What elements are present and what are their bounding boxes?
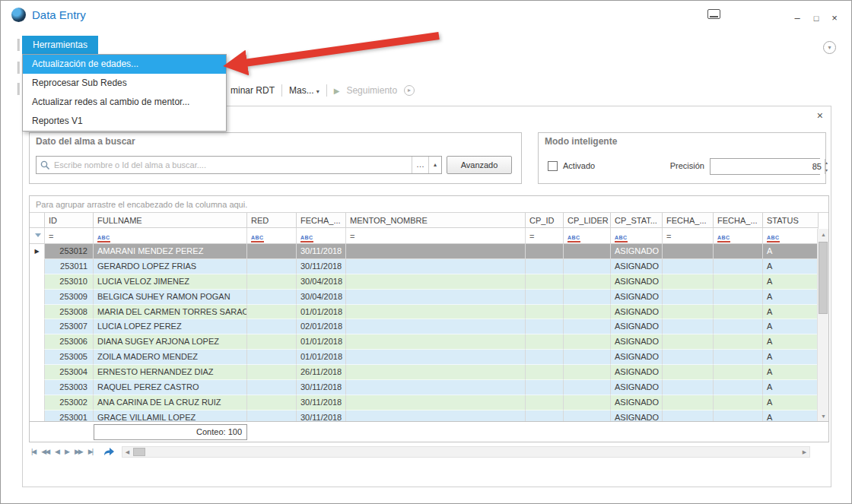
grid-cell[interactable] — [247, 290, 297, 305]
grid-cell[interactable] — [346, 259, 526, 274]
filter-cell[interactable]: = — [663, 228, 714, 244]
grid-cell[interactable] — [346, 305, 526, 320]
minimize-button[interactable]: – — [789, 12, 806, 26]
grid-cell[interactable]: ASIGNADO — [611, 395, 663, 410]
horizontal-scrollbar[interactable]: ◀ ▶ — [122, 446, 810, 458]
grid-cell[interactable] — [663, 259, 714, 274]
precision-input[interactable] — [711, 159, 825, 174]
grid-cell[interactable]: 02/01/2018 — [297, 319, 346, 334]
grid-cell[interactable] — [564, 305, 611, 320]
menu-item[interactable]: Actualización de edades... — [23, 55, 226, 74]
grid-cell[interactable] — [714, 319, 763, 334]
table-row[interactable]: 253009BELGICA SUHEY RAMON POGAN30/04/201… — [30, 290, 828, 305]
grid-cell[interactable] — [346, 274, 526, 290]
grid-cell[interactable] — [663, 350, 714, 365]
column-header[interactable]: CP_STAT... — [611, 213, 663, 228]
grid-cell[interactable]: A — [763, 274, 819, 290]
grid-cell[interactable]: ASIGNADO — [611, 350, 663, 365]
grid-cell[interactable]: ASIGNADO — [611, 380, 663, 395]
grid-cell[interactable]: ASIGNADO — [611, 319, 663, 334]
grid-cell[interactable] — [526, 319, 564, 334]
grid-cell[interactable]: 253006 — [45, 334, 94, 350]
grid-cell[interactable]: 253009 — [45, 290, 94, 305]
grid-cell[interactable]: ANA CARINA DE LA CRUZ RUIZ — [94, 395, 247, 410]
grid-cell[interactable]: A — [763, 244, 819, 259]
grid-cell[interactable]: A — [763, 395, 819, 410]
grid-cell[interactable]: ASIGNADO — [611, 334, 663, 350]
grid-cell[interactable]: ASIGNADO — [611, 244, 663, 259]
filter-cell[interactable]: abc — [763, 228, 819, 244]
filter-cell[interactable]: = — [346, 228, 526, 244]
toolbar-grip[interactable] — [17, 62, 20, 74]
grid-cell[interactable] — [346, 380, 526, 395]
grid-cell[interactable] — [714, 244, 763, 259]
filter-cell[interactable]: abc — [94, 228, 247, 244]
toolbar-item-mas[interactable]: Mas...▾ — [289, 85, 320, 96]
touch-keyboard-icon[interactable] — [707, 9, 720, 19]
maximize-button[interactable]: □ — [808, 12, 825, 26]
grid-cell[interactable]: A — [763, 365, 819, 380]
grid-cell[interactable] — [714, 334, 763, 350]
filter-cell[interactable]: = — [526, 228, 564, 244]
grid-cell[interactable] — [564, 380, 611, 395]
grid-cell[interactable] — [346, 244, 526, 259]
grid-cell[interactable] — [247, 395, 297, 410]
grid-cell[interactable] — [714, 350, 763, 365]
grid-cell[interactable] — [247, 410, 297, 421]
grid-cell[interactable] — [526, 365, 564, 380]
filter-cell[interactable]: abc — [564, 228, 611, 244]
toolbar-grip[interactable] — [17, 39, 20, 51]
nav-prev-button[interactable]: ◀ — [52, 448, 61, 455]
grid-cell[interactable]: 253004 — [45, 365, 94, 380]
grid-cell[interactable]: A — [763, 305, 819, 320]
grid-cell[interactable] — [714, 395, 763, 410]
grid-cell[interactable] — [526, 305, 564, 320]
grid-cell[interactable] — [526, 274, 564, 290]
grid-cell[interactable]: ASIGNADO — [611, 274, 663, 290]
seguimiento-circle-icon[interactable]: ▸ — [404, 85, 415, 96]
grid-cell[interactable]: ASIGNADO — [611, 365, 663, 380]
search-input[interactable] — [51, 160, 412, 170]
grid-cell[interactable] — [247, 319, 297, 334]
filter-cell[interactable]: abc — [247, 228, 297, 244]
toolbar-grip[interactable] — [17, 83, 20, 95]
grid-cell[interactable] — [247, 334, 297, 350]
grid-cell[interactable]: ZOILA MADERO MENDEZ — [94, 350, 247, 365]
grid-cell[interactable] — [564, 319, 611, 334]
scroll-down-icon[interactable]: ▼ — [818, 410, 829, 422]
grid-cell[interactable]: LUCIA LOPEZ PEREZ — [94, 319, 247, 334]
grid-cell[interactable]: 253001 — [45, 410, 94, 421]
grid-cell[interactable] — [346, 350, 526, 365]
column-header[interactable]: FECHA_... — [297, 213, 346, 228]
table-row[interactable]: 253011GERARDO LOPEZ FRIAS30/11/2018ASIGN… — [30, 259, 828, 274]
menu-item[interactable]: Actualizar redes al cambio de mentor... — [23, 93, 226, 112]
grid-cell[interactable]: 30/11/2018 — [297, 395, 346, 410]
ellipsis-button[interactable]: … — [412, 157, 428, 173]
grid-cell[interactable] — [526, 334, 564, 350]
menu-item[interactable]: Reprocesar Sub Redes — [23, 74, 226, 93]
grid-cell[interactable] — [346, 334, 526, 350]
grid-cell[interactable] — [564, 350, 611, 365]
grid-cell[interactable] — [714, 274, 763, 290]
grid-cell[interactable] — [663, 334, 714, 350]
nav-next-page-button[interactable]: ▶▶ — [72, 448, 84, 455]
vertical-scrollbar[interactable]: ▲ ▼ — [817, 229, 828, 422]
scroll-up-icon[interactable]: ▲ — [818, 229, 829, 240]
grid-cell[interactable] — [346, 290, 526, 305]
grid-cell[interactable]: A — [763, 290, 819, 305]
grid-cell[interactable] — [247, 380, 297, 395]
grid-cell[interactable]: 253010 — [45, 274, 94, 290]
grid-cell[interactable]: 30/11/2018 — [297, 410, 346, 421]
grid-cell[interactable] — [247, 365, 297, 380]
table-row[interactable]: 253004ERNESTO HERNANDEZ DIAZ26/11/2018AS… — [30, 365, 828, 380]
spin-down-icon[interactable]: ▾ — [825, 166, 828, 174]
table-row[interactable]: 253006DIANA SUGEY ARJONA LOPEZ01/01/2018… — [30, 334, 828, 350]
grid-cell[interactable] — [346, 395, 526, 410]
grid-cell[interactable]: 30/04/2018 — [297, 290, 346, 305]
grid-cell[interactable] — [564, 395, 611, 410]
grid-cell[interactable]: 253011 — [45, 259, 94, 274]
nav-next-button[interactable]: ▶ — [62, 448, 71, 455]
grid-cell[interactable]: 253007 — [45, 319, 94, 334]
nav-prev-page-button[interactable]: ◀◀ — [39, 448, 51, 455]
grid-cell[interactable] — [526, 244, 564, 259]
